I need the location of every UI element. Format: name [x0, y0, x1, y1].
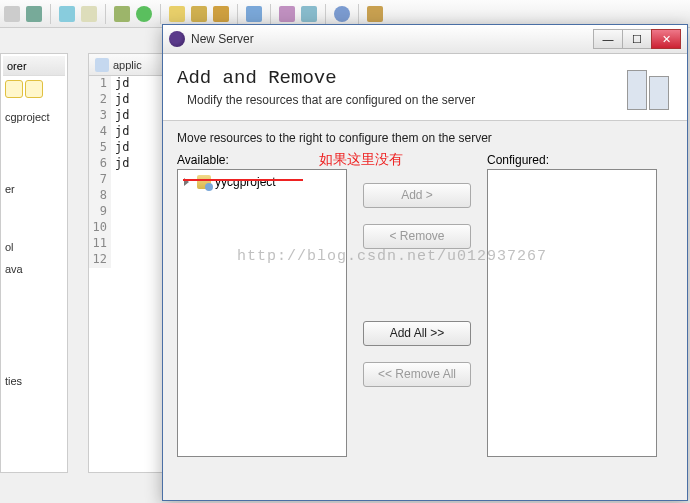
minimize-button[interactable]: — [593, 29, 623, 49]
explorer-items: cgproject er ol ava ties [3, 102, 65, 396]
add-button[interactable]: Add > [363, 183, 471, 208]
item-label: yycgproject [215, 175, 276, 189]
editor: applic 1jd 2jd 3jd 4jd 5jd 6jd 7 8 9 10 … [88, 53, 163, 473]
toolbar-icon[interactable] [26, 6, 42, 22]
toolbar-icon[interactable] [59, 6, 75, 22]
available-column: Available: yycgproject http://blog.csdn.… [177, 153, 347, 490]
dialog-instruction: Move resources to the right to configure… [177, 131, 673, 145]
dialog-header: Add and Remove Modify the resources that… [163, 54, 687, 121]
close-button[interactable]: ✕ [651, 29, 681, 49]
watermark-text: http://blog.csdn.net/u012937267 [237, 248, 347, 265]
project-item[interactable]: cgproject [5, 106, 63, 128]
link-icon[interactable] [25, 80, 43, 98]
toolbar-separator [50, 4, 51, 24]
transfer-columns: Available: yycgproject http://blog.csdn.… [177, 153, 673, 490]
folder-icon[interactable] [213, 6, 229, 22]
annotation-underline [183, 179, 303, 181]
available-item[interactable]: yycgproject [180, 174, 344, 190]
available-list[interactable]: yycgproject http://blog.csdn.net/u012937… [177, 169, 347, 457]
project-item[interactable]: ava [5, 258, 63, 280]
transfer-buttons: Add > < Remove Add All >> << Remove All [357, 153, 477, 490]
editor-body: 1jd 2jd 3jd 4jd 5jd 6jd 7 8 9 10 11 12 [89, 76, 162, 268]
toolbar-separator [160, 4, 161, 24]
remove-all-button[interactable]: << Remove All [363, 362, 471, 387]
user-icon[interactable] [367, 6, 383, 22]
configured-list[interactable] [487, 169, 657, 457]
configured-label: Configured: [487, 153, 657, 167]
toolbar-icon[interactable] [81, 6, 97, 22]
dialog-subheading: Modify the resources that are configured… [177, 93, 617, 107]
explorer-title: orer [7, 60, 27, 72]
new-server-dialog: New Server — ☐ ✕ Add and Remove Modify t… [162, 24, 688, 501]
dialog-body: Move resources to the right to configure… [163, 121, 687, 500]
tab-label: applic [113, 59, 142, 71]
toolbar-separator [358, 4, 359, 24]
dialog-heading: Add and Remove [177, 67, 617, 89]
explorer-tools [3, 76, 65, 102]
editor-tab[interactable]: applic [89, 54, 162, 76]
annotation-text: 如果这里没有 [319, 151, 403, 169]
project-item[interactable]: er [5, 178, 63, 200]
maximize-button[interactable]: ☐ [622, 29, 652, 49]
search-icon[interactable] [246, 6, 262, 22]
run-icon[interactable] [136, 6, 152, 22]
configured-column: Configured: [487, 153, 657, 490]
project-folder-icon [197, 175, 211, 189]
eclipse-icon [169, 31, 185, 47]
project-item[interactable]: ties [5, 370, 63, 392]
ext-icon[interactable] [279, 6, 295, 22]
globe-icon[interactable] [334, 6, 350, 22]
add-all-button[interactable]: Add All >> [363, 321, 471, 346]
project-explorer: orer cgproject er ol ava ties [0, 53, 68, 473]
toolbar-separator [270, 4, 271, 24]
file-icon [95, 58, 109, 72]
package-icon[interactable] [191, 6, 207, 22]
collapse-icon[interactable] [5, 80, 23, 98]
dialog-titlebar[interactable]: New Server — ☐ ✕ [163, 25, 687, 54]
remove-button[interactable]: < Remove [363, 224, 471, 249]
toolbar-separator [105, 4, 106, 24]
toolbar-separator [237, 4, 238, 24]
toolbar-icon[interactable] [4, 6, 20, 22]
team-icon[interactable] [301, 6, 317, 22]
new-icon[interactable] [169, 6, 185, 22]
explorer-header: orer [3, 56, 65, 76]
dialog-title: New Server [191, 32, 588, 46]
project-item[interactable]: ol [5, 236, 63, 258]
debug-icon[interactable] [114, 6, 130, 22]
toolbar-separator [325, 4, 326, 24]
window-buttons: — ☐ ✕ [594, 29, 681, 49]
server-banner-icon [627, 64, 673, 110]
